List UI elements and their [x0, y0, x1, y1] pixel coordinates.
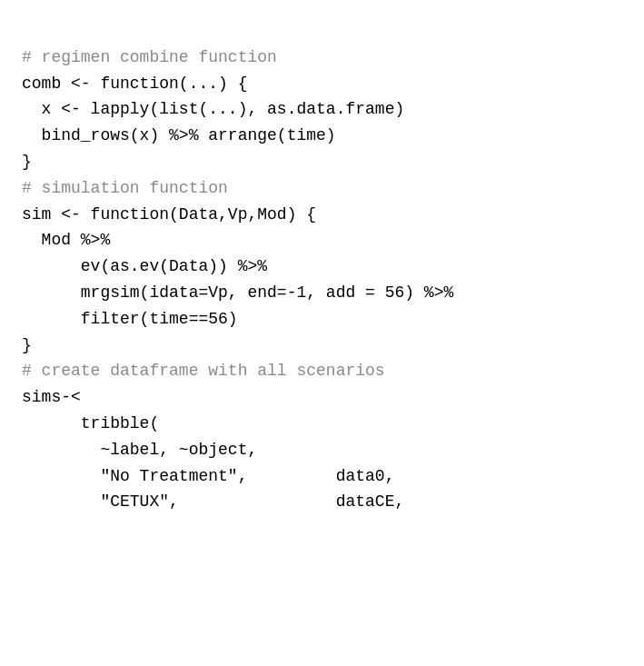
- line-17: "No Treatment", data0,: [22, 463, 622, 490]
- line-8: Mod %>%: [22, 227, 622, 253]
- line-15: tribble(: [22, 411, 622, 437]
- line-2: comb <- function(...) {: [22, 71, 622, 97]
- line-6: # simulation function: [22, 175, 622, 202]
- line-9: ev(as.ev(Data)) %>%: [22, 253, 622, 280]
- line-1: # regimen combine function: [22, 45, 622, 71]
- line-18: "CETUX", dataCE,: [22, 489, 622, 515]
- line-11: filter(time==56): [22, 306, 622, 333]
- line-12: }: [22, 333, 622, 359]
- line-4: bind_rows(x) %>% arrange(time): [22, 123, 622, 149]
- line-5: }: [22, 149, 622, 175]
- code-editor: # regimen combine functioncomb <- functi…: [22, 18, 622, 515]
- line-13: # create dataframe with all scenarios: [22, 358, 622, 384]
- line-16: ~label, ~object,: [22, 437, 622, 463]
- line-3: x <- lapply(list(...), as.data.frame): [22, 96, 622, 123]
- line-10: mrgsim(idata=Vp, end=-1, add = 56) %>%: [22, 280, 622, 306]
- line-7: sim <- function(Data,Vp,Mod) {: [22, 202, 622, 228]
- line-14: sims-<: [22, 384, 622, 411]
